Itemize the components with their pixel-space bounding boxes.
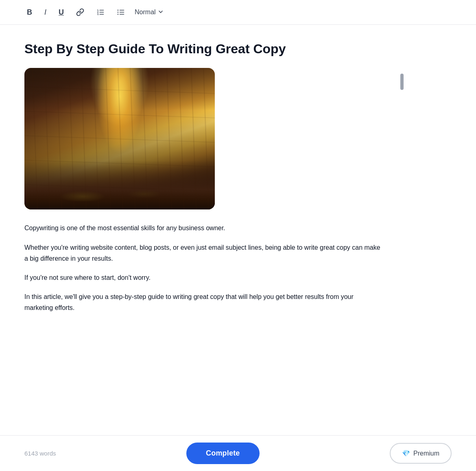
svg-point-11 [118, 14, 119, 15]
paragraph-3[interactable]: If you're not sure where to start, don't… [24, 272, 382, 283]
svg-point-10 [118, 12, 119, 13]
editor-toolbar: B I U 1. 2. 3. Normal [0, 0, 476, 25]
document-image-wrapper [24, 68, 382, 209]
complete-button[interactable]: Complete [186, 443, 259, 464]
paragraph-4[interactable]: In this article, we'll give you a step-b… [24, 291, 382, 313]
link-icon [76, 8, 84, 16]
link-button[interactable] [74, 7, 87, 18]
document-image [24, 68, 215, 209]
image-ground [24, 161, 215, 209]
word-count: 6143 words [24, 450, 56, 457]
svg-text:3.: 3. [97, 13, 99, 15]
italic-button[interactable]: I [42, 7, 49, 17]
diamond-icon: 💎 [402, 449, 410, 457]
underline-button[interactable]: U [56, 7, 66, 17]
document-title[interactable]: Step By Step Guide To Writing Great Copy [24, 41, 382, 57]
chevron-down-icon [157, 9, 164, 16]
unordered-list-icon [117, 8, 125, 16]
image-ground-detail [37, 177, 190, 201]
scrollbar[interactable] [400, 74, 404, 90]
paragraph-1[interactable]: Copywriting is one of the most essential… [24, 222, 382, 233]
svg-point-9 [118, 10, 119, 11]
premium-button[interactable]: 💎 Premium [390, 443, 452, 464]
premium-label: Premium [413, 450, 439, 457]
style-select-label: Normal [135, 9, 156, 16]
style-select[interactable]: Normal [135, 9, 164, 16]
ordered-list-button[interactable]: 1. 2. 3. [94, 7, 107, 18]
bold-button[interactable]: B [24, 7, 35, 17]
paragraph-2[interactable]: Whether you're writing website content, … [24, 242, 382, 264]
editor-content: Step By Step Guide To Writing Great Copy… [0, 25, 407, 371]
ordered-list-icon: 1. 2. 3. [96, 8, 105, 16]
unordered-list-button[interactable] [114, 7, 127, 18]
footer-bar: 6143 words Complete 💎 Premium [0, 435, 476, 471]
